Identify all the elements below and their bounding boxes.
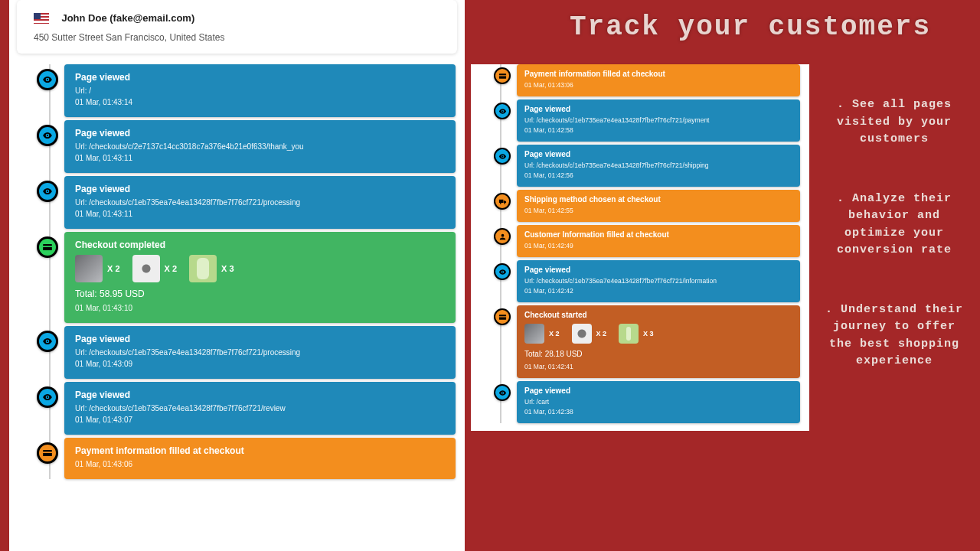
product-quantity: X 2 [549, 330, 560, 337]
product-thumbnail [572, 324, 592, 344]
user-icon [494, 228, 511, 245]
eye-icon [37, 331, 58, 352]
event-total: Total: 28.18 USD [524, 350, 792, 358]
event-title: Page viewed [524, 150, 792, 158]
timeline-event[interactable]: Page viewedUrl: /checkouts/c/1eb735ea7e4… [64, 382, 456, 435]
event-title: Page viewed [524, 386, 792, 395]
customer-timeline-panel-left: John Doe (fake@email.com) 450 Sutter Str… [9, 0, 465, 551]
product-quantity: X 3 [643, 330, 654, 337]
card-icon [37, 442, 58, 464]
marketing-bullets: . See all pages visited by your customer… [818, 96, 971, 412]
customer-name: John Doe (fake@email.com) [61, 12, 194, 24]
event-url: Url: /checkouts/c/1eb735ea7e4ea13428f7fb… [75, 348, 445, 357]
event-total: Total: 58.95 USD [75, 289, 445, 299]
timeline-event[interactable]: Customer Information filled at checkout0… [517, 225, 800, 257]
timeline-right: Payment information filled at checkout01… [489, 64, 809, 423]
event-title: Page viewed [75, 128, 445, 139]
product-thumbnail [189, 255, 217, 282]
eye-icon [494, 263, 511, 280]
truck-icon [494, 193, 511, 210]
event-title: Page viewed [524, 266, 792, 274]
marketing-headline: Track your customers [536, 11, 965, 43]
event-products: X 2X 2X 3 [75, 255, 445, 282]
event-title: Page viewed [524, 105, 792, 113]
timeline-event[interactable]: Payment information filled at checkout01… [517, 64, 800, 96]
event-url: Url: /checkouts/c/1eb735ea7e4ea13428f7fb… [524, 277, 792, 285]
event-timestamp: 01 Mar, 01:42:56 [524, 171, 792, 179]
timeline-event[interactable]: Page viewedUrl: /checkouts/c/1eb735ea7e4… [517, 145, 800, 187]
event-title: Customer Information filled at checkout [524, 230, 792, 239]
event-timestamp: 01 Mar, 01:43:06 [75, 460, 445, 468]
event-timestamp: 01 Mar, 01:43:11 [75, 154, 445, 162]
event-url: Url: / [75, 86, 445, 95]
event-timestamp: 01 Mar, 01:43:10 [75, 304, 445, 312]
eye-icon [494, 384, 511, 401]
event-url: Url: /checkouts/c/1eb735ea7e4ea13428f7fb… [75, 404, 445, 412]
bullet-2: . Analyze their behavior and optimize yo… [818, 191, 971, 259]
event-url: Url: /checkouts/c/2e7137c14cc3018c7a376e… [75, 142, 445, 151]
event-timestamp: 01 Mar, 01:43:07 [75, 416, 445, 424]
timeline-event[interactable]: Page viewedUrl: /checkouts/c/1eb735ea7e4… [64, 326, 456, 379]
customer-timeline-panel-right: Payment information filled at checkout01… [471, 64, 809, 431]
eye-icon [37, 386, 58, 408]
event-title: Payment information filled at checkout [75, 445, 445, 456]
bullet-3: . Understand their journey to offer the … [818, 302, 971, 370]
event-timestamp: 01 Mar, 01:42:41 [524, 363, 792, 370]
timeline-event[interactable]: Payment information filled at checkout01… [64, 438, 456, 479]
timeline-event[interactable]: Page viewedUrl: /checkouts/c/2e7137c14cc… [64, 120, 456, 173]
timeline-event[interactable]: Page viewedUrl: /checkouts/c/1eb735ea7e4… [517, 99, 800, 142]
event-timestamp: 01 Mar, 01:43:06 [524, 81, 792, 89]
product-quantity: X 2 [596, 330, 607, 337]
event-products: X 2X 2X 3 [524, 324, 792, 344]
event-title: Payment information filled at checkout [524, 70, 792, 78]
event-timestamp: 01 Mar, 01:43:14 [75, 98, 445, 106]
flag-us-icon [34, 13, 49, 24]
event-url: Url: /checkouts/c/1eb735ea7e4ea13428f7fb… [524, 161, 792, 169]
eye-icon [494, 148, 511, 165]
product-quantity: X 3 [221, 264, 234, 273]
product-thumbnail [619, 324, 639, 344]
customer-address: 450 Sutter Street San Francisco, United … [34, 32, 440, 43]
event-timestamp: 01 Mar, 01:42:38 [524, 408, 792, 416]
product-thumbnail [524, 324, 544, 344]
event-title: Page viewed [75, 390, 445, 400]
timeline-event[interactable]: Page viewedUrl: /checkouts/c/1eb735ea7e4… [64, 176, 456, 229]
event-title: Page viewed [75, 184, 445, 194]
event-url: Url: /checkouts/c/1eb735ea7e4ea13428f7fb… [524, 116, 792, 124]
event-title: Checkout completed [75, 240, 445, 250]
card-icon [494, 308, 511, 325]
card-icon [37, 236, 58, 258]
event-timestamp: 01 Mar, 01:42:55 [524, 207, 792, 214]
timeline-event[interactable]: Page viewedUrl: /01 Mar, 01:43:14 [64, 64, 456, 117]
event-timestamp: 01 Mar, 01:42:42 [524, 287, 792, 295]
event-url: Url: /cart [524, 398, 792, 406]
product-quantity: X 2 [165, 264, 178, 273]
eye-icon [494, 103, 511, 119]
card-icon [494, 67, 511, 84]
event-timestamp: 01 Mar, 01:42:49 [524, 242, 792, 249]
timeline-event[interactable]: Checkout completedX 2X 2X 3Total: 58.95 … [64, 232, 456, 323]
customer-header-card: John Doe (fake@email.com) 450 Sutter Str… [17, 0, 457, 54]
eye-icon [37, 181, 58, 202]
eye-icon [37, 69, 58, 90]
timeline-event[interactable]: Shipping method chosen at checkout01 Mar… [517, 190, 800, 222]
event-title: Shipping method chosen at checkout [524, 195, 792, 204]
timeline-left: Page viewedUrl: /01 Mar, 01:43:14Page vi… [34, 64, 465, 479]
event-timestamp: 01 Mar, 01:43:11 [75, 210, 445, 218]
bullet-1: . See all pages visited by your customer… [818, 96, 971, 148]
product-quantity: X 2 [107, 264, 120, 273]
product-thumbnail [75, 255, 103, 282]
event-timestamp: 01 Mar, 01:43:09 [75, 360, 445, 368]
eye-icon [37, 125, 58, 146]
timeline-event[interactable]: Page viewedUrl: /cart01 Mar, 01:42:38 [517, 381, 800, 423]
event-url: Url: /checkouts/c/1eb735ea7e4ea13428f7fb… [75, 198, 445, 207]
event-title: Page viewed [75, 334, 445, 344]
event-title: Page viewed [75, 72, 445, 83]
event-timestamp: 01 Mar, 01:42:58 [524, 126, 792, 134]
timeline-event[interactable]: Checkout startedX 2X 2X 3Total: 28.18 US… [517, 305, 800, 378]
timeline-event[interactable]: Page viewedUrl: /checkouts/c/1eb735ea7e4… [517, 260, 800, 302]
product-thumbnail [132, 255, 160, 282]
event-title: Checkout started [524, 311, 792, 319]
